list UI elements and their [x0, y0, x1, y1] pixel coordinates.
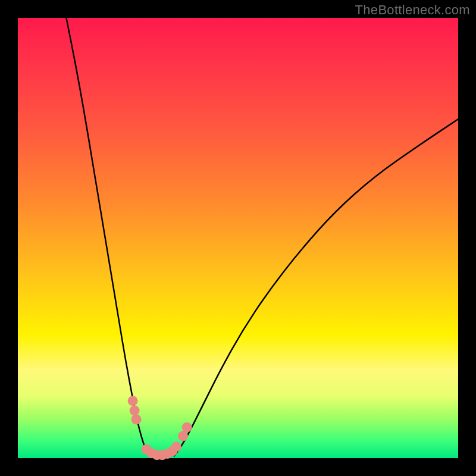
marker-dot: [130, 406, 140, 416]
marker-dot: [128, 396, 138, 406]
curve-right-curve: [174, 119, 458, 456]
watermark-text: TheBottleneck.com: [355, 2, 470, 18]
marker-dot: [131, 414, 142, 424]
marker-layer: [128, 396, 192, 460]
chart-container: TheBottleneck.com: [0, 0, 476, 476]
curve-left-curve: [66, 18, 149, 456]
plot-svg: [18, 18, 458, 458]
curve-layer: [66, 18, 458, 456]
marker-dot: [178, 431, 188, 441]
plot-area: [18, 18, 458, 458]
marker-dot: [171, 441, 181, 452]
marker-dot: [182, 422, 192, 433]
